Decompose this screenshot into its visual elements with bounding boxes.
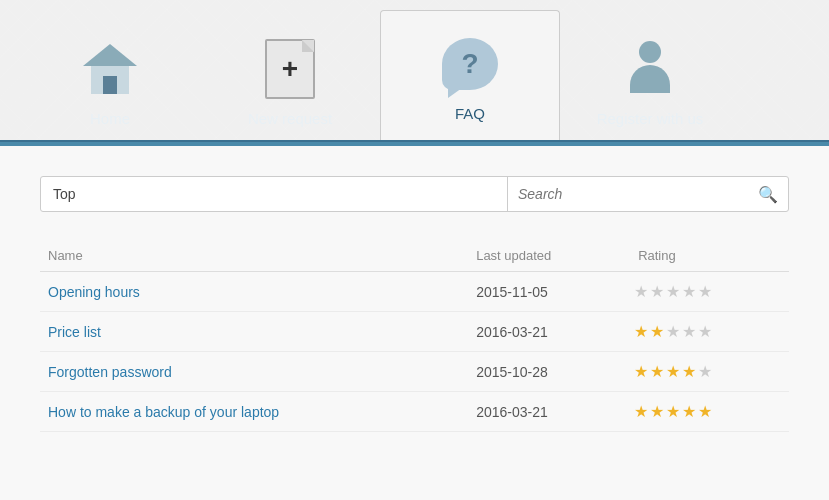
star-empty: ★ bbox=[698, 282, 712, 301]
faq-icon-area: ? bbox=[435, 29, 505, 99]
table-row: Forgotten password2015-10-28★★★★★ bbox=[40, 352, 789, 392]
star-filled: ★ bbox=[650, 402, 664, 421]
star-filled: ★ bbox=[650, 362, 664, 381]
star-empty: ★ bbox=[666, 282, 680, 301]
star-filled: ★ bbox=[666, 402, 680, 421]
faq-item-link[interactable]: Opening hours bbox=[48, 284, 140, 300]
col-header-rating: Rating bbox=[626, 242, 789, 272]
star-empty: ★ bbox=[634, 282, 648, 301]
filter-row: Top 🔍 bbox=[40, 176, 789, 212]
home-icon-area bbox=[75, 34, 145, 104]
person-body bbox=[630, 65, 670, 93]
faq-item-date: 2015-10-28 bbox=[468, 352, 626, 392]
star-empty: ★ bbox=[682, 322, 696, 341]
star-filled: ★ bbox=[634, 322, 648, 341]
search-icon[interactable]: 🔍 bbox=[758, 185, 778, 204]
star-filled: ★ bbox=[682, 362, 696, 381]
person-head bbox=[639, 41, 661, 63]
tab-new-request-label: New request bbox=[248, 110, 332, 127]
tab-new-request[interactable]: + New request bbox=[200, 20, 380, 140]
question-mark-icon: ? bbox=[461, 48, 478, 80]
faq-item-date: 2016-03-21 bbox=[468, 312, 626, 352]
table-row: Opening hours2015-11-05★★★★★ bbox=[40, 272, 789, 312]
faq-item-rating: ★★★★★ bbox=[626, 392, 789, 432]
faq-item-rating: ★★★★★ bbox=[626, 312, 789, 352]
tab-home[interactable]: Home bbox=[20, 20, 200, 140]
new-request-icon: + bbox=[265, 39, 315, 99]
register-icon-area bbox=[615, 34, 685, 104]
search-input[interactable] bbox=[518, 186, 758, 202]
person-icon bbox=[628, 41, 672, 96]
star-empty: ★ bbox=[682, 282, 696, 301]
home-icon bbox=[83, 44, 137, 94]
faq-item-rating: ★★★★★ bbox=[626, 272, 789, 312]
faq-item-date: 2016-03-21 bbox=[468, 392, 626, 432]
navigation: Home + New request ? FAQ Register with u… bbox=[0, 0, 829, 140]
plus-icon: + bbox=[282, 55, 298, 83]
star-empty: ★ bbox=[698, 322, 712, 341]
faq-item-link[interactable]: Forgotten password bbox=[48, 364, 172, 380]
faq-table: Name Last updated Rating Opening hours20… bbox=[40, 242, 789, 432]
faq-bubble-icon: ? bbox=[442, 38, 498, 90]
star-empty: ★ bbox=[666, 322, 680, 341]
table-row: Price list2016-03-21★★★★★ bbox=[40, 312, 789, 352]
col-header-last-updated: Last updated bbox=[468, 242, 626, 272]
star-empty: ★ bbox=[698, 362, 712, 381]
faq-item-rating: ★★★★★ bbox=[626, 352, 789, 392]
star-empty: ★ bbox=[650, 282, 664, 301]
faq-item-link[interactable]: How to make a backup of your laptop bbox=[48, 404, 279, 420]
breadcrumb-text: Top bbox=[53, 186, 76, 202]
tab-faq-label: FAQ bbox=[455, 105, 485, 122]
star-filled: ★ bbox=[634, 402, 648, 421]
new-request-icon-area: + bbox=[255, 34, 325, 104]
col-header-name: Name bbox=[40, 242, 468, 272]
table-row: How to make a backup of your laptop2016-… bbox=[40, 392, 789, 432]
tab-home-label: Home bbox=[90, 110, 130, 127]
faq-item-date: 2015-11-05 bbox=[468, 272, 626, 312]
tab-faq[interactable]: ? FAQ bbox=[380, 10, 560, 140]
table-header-row: Name Last updated Rating bbox=[40, 242, 789, 272]
faq-item-link[interactable]: Price list bbox=[48, 324, 101, 340]
tab-register-label: Register with us bbox=[597, 110, 704, 127]
star-filled: ★ bbox=[650, 322, 664, 341]
star-filled: ★ bbox=[634, 362, 648, 381]
search-area: 🔍 bbox=[508, 177, 788, 211]
content-area: Top 🔍 Name Last updated Rating Opening h… bbox=[0, 146, 829, 500]
star-filled: ★ bbox=[666, 362, 680, 381]
star-filled: ★ bbox=[698, 402, 712, 421]
tab-register[interactable]: Register with us bbox=[560, 20, 740, 140]
breadcrumb: Top bbox=[41, 177, 508, 211]
star-filled: ★ bbox=[682, 402, 696, 421]
